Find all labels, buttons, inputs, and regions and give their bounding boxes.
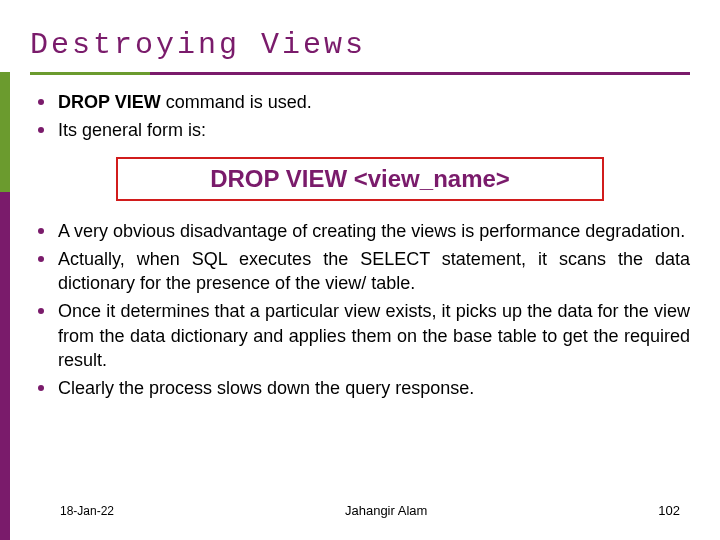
- content-area: DROP VIEW command is used. Its general f…: [30, 90, 690, 411]
- footer: 18-Jan-22 Jahangir Alam 102: [60, 503, 680, 518]
- bullet-text: Once it determines that a particular vie…: [58, 301, 690, 370]
- bullet-list-top: DROP VIEW command is used. Its general f…: [30, 90, 690, 143]
- syntax-box: DROP VIEW <view_name>: [116, 157, 604, 201]
- bullet-item: A very obvious disadvantage of creating …: [30, 219, 690, 243]
- bullet-list-bottom: A very obvious disadvantage of creating …: [30, 219, 690, 401]
- bullet-item: Clearly the process slows down the query…: [30, 376, 690, 400]
- title-underline: [30, 72, 690, 75]
- footer-date: 18-Jan-22: [60, 504, 114, 518]
- left-accent-stripe: [0, 72, 10, 540]
- footer-author: Jahangir Alam: [345, 503, 427, 518]
- bullet-text: A very obvious disadvantage of creating …: [58, 221, 685, 241]
- bullet-text: Its general form is:: [58, 120, 206, 140]
- bullet-bold-lead: DROP VIEW: [58, 92, 161, 112]
- bullet-item: Its general form is:: [30, 118, 690, 142]
- bullet-item: DROP VIEW command is used.: [30, 90, 690, 114]
- bullet-item: Once it determines that a particular vie…: [30, 299, 690, 372]
- bullet-text: Actually, when SQL executes the SELECT s…: [58, 249, 690, 293]
- bullet-text: Clearly the process slows down the query…: [58, 378, 474, 398]
- slide: Destroying Views DROP VIEW command is us…: [0, 0, 720, 540]
- page-title: Destroying Views: [30, 28, 366, 62]
- syntax-text: DROP VIEW <view_name>: [210, 165, 510, 192]
- bullet-text: command is used.: [161, 92, 312, 112]
- bullet-item: Actually, when SQL executes the SELECT s…: [30, 247, 690, 296]
- footer-page-number: 102: [658, 503, 680, 518]
